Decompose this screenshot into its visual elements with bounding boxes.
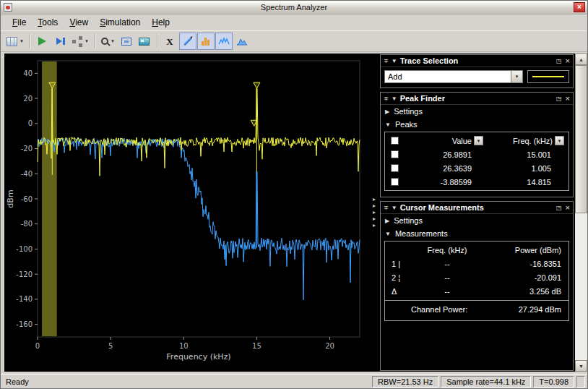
peaks-label: Peaks — [395, 120, 418, 129]
run-button[interactable] — [34, 33, 51, 50]
cursor-measurements-header[interactable]: ∓ ▼ Cursor Measurements ◳ × — [381, 202, 573, 214]
delta-freq: -- — [411, 287, 483, 296]
menu-tools[interactable]: Tools — [32, 16, 64, 29]
value-sort-dropdown[interactable]: ▼ — [474, 136, 483, 145]
svg-text:-120: -120 — [16, 270, 33, 278]
peak-row-checkbox[interactable] — [391, 164, 399, 172]
channel-power-value: 27.294 dBm — [519, 305, 561, 314]
peak-finder-settings-toggle[interactable]: ▶ Settings — [381, 105, 573, 118]
chevron-down-icon[interactable]: ▼ — [511, 70, 523, 83]
undock-icon[interactable]: ◳ — [556, 58, 562, 64]
spectrum-plot-svg[interactable]: 40200-20-40-60-80-100-120-140-1600510152… — [4, 54, 370, 372]
app-icon — [4, 3, 12, 12]
scrollbar-thumb[interactable] — [575, 65, 587, 213]
cursor-measurements-button[interactable] — [215, 33, 233, 50]
peak-freq: 1.005 — [488, 164, 568, 173]
collapse-icon[interactable]: ▼ — [392, 205, 397, 211]
peak-finder-panel: ∓ ▼ Peak Finder ◳ × ▶ Settings ▼ Peaks — [380, 92, 574, 197]
sim-time-indicator: T=0.998 — [533, 376, 574, 388]
peak-finder-header[interactable]: ∓ ▼ Peak Finder ◳ × — [381, 93, 573, 105]
scope-config-button[interactable]: ▼ — [4, 33, 26, 50]
spectrogram-button[interactable] — [233, 33, 251, 50]
menu-file[interactable]: File — [7, 16, 32, 29]
expand-icon: ▶ — [385, 218, 389, 224]
undock-icon[interactable]: ◳ — [556, 95, 562, 102]
step-forward-button[interactable] — [52, 33, 69, 50]
x-measurements-button[interactable]: X — [161, 33, 178, 50]
peak-row: 26.9891 15.001 — [385, 148, 568, 161]
trace-select-dropdown[interactable]: Add ▼ — [384, 70, 523, 83]
snapshot-button[interactable] — [136, 33, 153, 50]
branch-icon — [72, 40, 76, 43]
settings-label: Settings — [394, 107, 423, 116]
spectrum-curve-icon — [236, 37, 248, 46]
pin-icon[interactable]: ∓ — [384, 205, 389, 211]
svg-text:-80: -80 — [21, 220, 33, 228]
rbw-indicator: RBW=21.53 Hz — [372, 376, 438, 388]
svg-text:20: 20 — [325, 342, 334, 350]
svg-text:-140: -140 — [16, 295, 33, 303]
panels-scrollbar[interactable]: ▲ ▼ — [575, 54, 587, 372]
collapse-icon[interactable]: ▼ — [392, 58, 397, 64]
scrollbar-track[interactable] — [575, 213, 587, 360]
trace-selection-header[interactable]: ∓ ▼ Trace Selection ◳ × — [381, 55, 573, 67]
peak-freq: 14.815 — [488, 178, 568, 187]
cursor-table-header: Freq. (kHz) Power (dBm) — [385, 243, 568, 257]
fit-to-view-icon — [121, 38, 131, 46]
simulation-config-button[interactable]: ▼ — [70, 33, 91, 50]
cursor-measurements-toggle[interactable]: ▼ Measurements — [381, 227, 573, 240]
menu-view[interactable]: View — [64, 16, 94, 29]
menu-simulation[interactable]: Simulation — [94, 16, 146, 29]
scroll-down-button[interactable]: ▼ — [575, 360, 587, 372]
close-icon[interactable]: × — [566, 95, 570, 103]
peak-row-checkbox[interactable] — [391, 150, 399, 158]
svg-text:-20: -20 — [21, 145, 33, 153]
close-icon[interactable]: × — [566, 204, 570, 212]
cursor-settings-toggle[interactable]: ▶ Settings — [381, 214, 573, 227]
cursor2-power: -20.091 — [483, 273, 568, 282]
measurements-label: Measurements — [395, 229, 448, 238]
cursor-row: 2 ¦ -- -20.091 — [385, 270, 568, 284]
close-button[interactable]: × — [574, 2, 585, 12]
peak-finder-button[interactable] — [179, 33, 196, 50]
scroll-up-button[interactable]: ▲ — [575, 54, 587, 65]
menu-help[interactable]: Help — [146, 16, 176, 29]
play-icon — [38, 37, 46, 46]
panel-title: Peak Finder — [400, 94, 445, 103]
expand-icon: ▶ — [385, 108, 389, 115]
pin-icon[interactable]: ∓ — [384, 58, 389, 64]
svg-text:-160: -160 — [16, 320, 33, 328]
close-icon[interactable]: × — [566, 57, 570, 65]
title-bar[interactable]: Spectrum Analyzer × — [1, 1, 587, 14]
undock-icon[interactable]: ◳ — [556, 205, 562, 211]
channel-measurements-button[interactable] — [197, 33, 215, 50]
fit-to-view-button[interactable] — [118, 33, 135, 50]
delta-label: Δ — [385, 287, 411, 296]
toolbar: ▼ ▼ ▼ X — [1, 30, 587, 52]
value-column-header: Value — [452, 137, 472, 145]
collapse-icon[interactable]: ▼ — [392, 95, 397, 102]
svg-text:dBm: dBm — [6, 189, 15, 208]
peak-row-checkbox[interactable] — [391, 178, 399, 186]
panel-splitter[interactable]: ▸ ▸ ▸ ▸ ▸ — [370, 54, 379, 372]
pin-icon[interactable]: ∓ — [384, 95, 389, 102]
peak-value: 26.9891 — [404, 150, 488, 159]
cursor-table: Freq. (kHz) Power (dBm) 1 | -- -16.8351 … — [384, 241, 569, 321]
peak-finder-peaks-toggle[interactable]: ▼ Peaks — [381, 118, 573, 131]
main-content: 40200-20-40-60-80-100-120-140-1600510152… — [1, 52, 587, 374]
toolbar-separator — [157, 34, 157, 48]
peak-row: 26.3639 1.005 — [385, 161, 568, 175]
channel-power-label: Channel Power: — [411, 305, 467, 314]
cursor1-freq: -- — [411, 260, 483, 268]
freq-sort-dropdown[interactable]: ▼ — [555, 136, 564, 145]
zoom-in-button[interactable]: ▼ — [99, 33, 117, 50]
peaks-select-all-checkbox[interactable] — [391, 137, 399, 145]
collapse-icon: ▼ — [385, 231, 391, 237]
spectrum-plot[interactable]: 40200-20-40-60-80-100-120-140-1600510152… — [4, 54, 370, 372]
panel-title: Trace Selection — [400, 56, 459, 65]
status-text: Ready — [6, 377, 29, 386]
peak-value: -3.88599 — [404, 178, 488, 187]
trace-color-swatch[interactable] — [527, 70, 569, 83]
collapse-icon: ▼ — [385, 121, 391, 128]
resize-grip[interactable] — [576, 376, 585, 388]
